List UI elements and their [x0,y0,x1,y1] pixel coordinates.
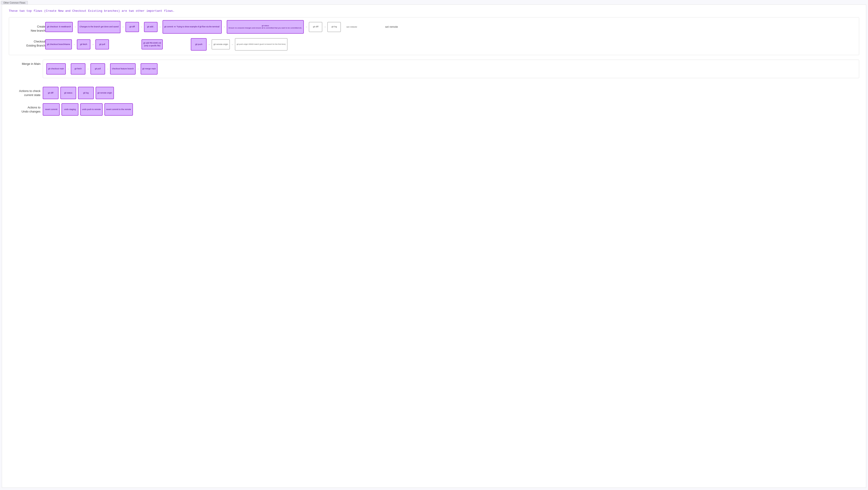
checkout-existing-flow: git checkout branchName → git fetch → gi… [45,38,855,51]
ce-step5: git push [191,38,207,51]
branch-flows-section: CreateNew branch CheckoutExisting Branch… [9,17,859,55]
undo-item1: revert commit [43,103,60,116]
merge-step5: git merge main [141,63,158,74]
undo-label: Actions toUndo changes [9,105,43,113]
arrow2: → [121,25,125,29]
check-state-boxes: git diff git status git log git remote o… [43,87,859,99]
merge-arrow2: → [86,67,90,70]
merge-arrow3: → [105,67,110,70]
branch-flow-rows: git checkout -b newBranch → Changes to t… [45,20,855,52]
create-branch-flow: git checkout -b newBranch → Changes to t… [45,20,855,34]
cs-item1: git diff [43,87,59,99]
ce-arrow1: → [72,43,76,46]
merge-flow-row: git checkout main → git fetch → git pull… [46,63,856,74]
ce-arrow5: → [207,43,211,46]
branch-labels: CreateNew branch CheckoutExisting Branch [11,20,45,52]
arrow1: → [73,25,77,29]
merge-step2: git fetch [71,63,86,74]
ce-step3: git pull [95,39,109,50]
arrow6: → [304,25,308,29]
merge-arrow4: → [136,67,140,70]
check-state-section: Actions to checkcurrent state git diff g… [9,87,859,99]
cs-item2: git status [60,87,76,99]
undo-content: revert commit undo staging undo push to … [43,103,859,116]
checkout-existing-label: CheckoutExisting Branch [11,39,45,48]
ce-arrow2: → [91,43,95,46]
undo-item4: revert commit to the remote [104,103,133,116]
arrow3: → [140,25,144,29]
cb-step7: git diff [309,22,322,32]
cb-step3: git diff [125,22,139,32]
ce-step2: git fetch [77,39,90,50]
cb-step5: git commit -m 'Trying to show example of… [162,20,222,34]
undo-section: Actions toUndo changes revert commit und… [9,103,859,116]
merge-step4: checkout feature branch [110,63,135,74]
tab-label: Other Common Flows [3,2,25,4]
ce-set-remote: git push-origin HEAD:main2 (push to bran… [235,38,287,51]
cb-step2: Changes to the branch get done and saved [78,21,121,33]
merge-step1: git checkout main [46,63,66,74]
ce-arrow6: → [230,43,235,46]
cs-item3: git log [78,87,94,99]
merge-step3: git pull [90,63,105,74]
see-remote-label: see remote [346,25,357,29]
cb-step8: git log [327,22,341,32]
check-state-label: Actions to checkcurrent state [9,89,43,97]
check-state-label-col: Actions to checkcurrent state [9,87,43,97]
arrow7: → [323,25,327,29]
undo-item3: undo push to remote [80,103,103,116]
set-remote-label-top: set remote [376,25,398,29]
check-state-content: git diff git status git log git remote o… [43,87,859,99]
intro-text: These two top flows (Create New and Chec… [9,9,859,13]
undo-item2: undo staging [61,103,79,116]
cb-step4: git add . [144,22,158,32]
cs-item4: git remote origin [96,87,114,99]
merge-label: Merge in Main [9,62,43,66]
merge-arrow1: → [66,67,70,70]
page-tab[interactable]: Other Common Flows [1,1,28,4]
merge-section: Merge in Main git checkout main → git fe… [9,60,859,83]
ce-see-remote: git remote origin [212,39,230,50]
ce-step1: git checkout branchName [45,39,72,50]
undo-label-col: Actions toUndo changes [9,103,43,113]
undo-boxes: revert commit undo staging undo push to … [43,103,859,116]
arrow5: → [222,25,226,29]
merge-content: git checkout main → git fetch → git pull… [43,60,859,83]
page-container: These two top flows (Create New and Chec… [2,4,866,488]
merge-label-col: Merge in Main [9,60,43,66]
ce-step4: git add README.md(only a specific file) [142,39,163,50]
cb-step6: git statusEnsure no unsaved changes and … [227,20,304,34]
create-branch-label: CreateNew branch [11,25,45,33]
arrow4: → [158,25,162,29]
cb-step1: git checkout -b newBranch [45,22,73,32]
